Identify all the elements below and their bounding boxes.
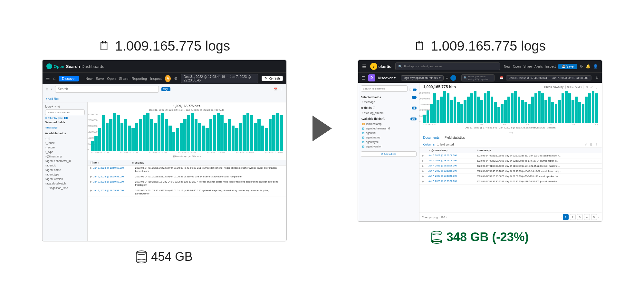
el-field-agent-type[interactable]: a agent.type	[361, 140, 417, 144]
el-table-kebab-icon[interactable]: ⋮	[595, 143, 598, 146]
el-selected-count: 1	[412, 96, 416, 99]
chart-bar	[534, 93, 537, 123]
el-rows-chevron[interactable]: ▾	[446, 216, 447, 219]
el-field-agent-id[interactable]: a agent.id	[361, 131, 417, 135]
el-columns-btn[interactable]: Columns	[423, 143, 435, 146]
os-field-type[interactable]: f _type	[45, 150, 85, 154]
el-chart-expand-icon[interactable]: ⤢	[590, 85, 593, 89]
hamburger-icon[interactable]: ☰	[46, 76, 50, 81]
el-add-field-button[interactable]: ⊕ Add a field	[361, 151, 417, 157]
el-gear-icon[interactable]: ⚙	[580, 64, 583, 69]
os-field-ephemeral[interactable]: f agent.ephemeral_id	[45, 159, 85, 163]
os-index-chevron[interactable]: ▾	[54, 105, 56, 108]
el-kql-placeholder[interactable]: Filter your data using KQL syntax	[468, 75, 492, 81]
os-field-message[interactable]: f message	[45, 125, 85, 130]
el-save-btn[interactable]: 💾 Save	[558, 64, 577, 69]
el-expand-icon[interactable]: ▶	[422, 154, 428, 157]
el-bell-icon[interactable]: 🔔	[586, 64, 591, 69]
chart-bar	[480, 100, 483, 123]
el-hamburger-icon[interactable]: ☰	[362, 64, 366, 69]
el-prev-page-icon[interactable]: ‹	[561, 216, 562, 219]
el-col-timestamp[interactable]: ✎ @timestamp ↓	[428, 149, 477, 152]
os-field-agent-version[interactable]: f agent.version	[45, 177, 85, 181]
save-button[interactable]: Save	[96, 77, 104, 80]
el-field-search-input[interactable]	[361, 85, 408, 92]
el-next-page-icon[interactable]: ›	[598, 216, 599, 219]
el-tab-documents[interactable]: Documents	[423, 135, 440, 141]
el-tab-field-stats[interactable]: Field statistics	[445, 135, 465, 141]
el-inspect-btn[interactable]: Inspect	[545, 65, 556, 68]
el-expand-icon[interactable]: ▶	[422, 180, 428, 183]
el-expand-icon[interactable]: ▶	[422, 165, 428, 167]
el-field-message[interactable]: f message	[361, 100, 417, 104]
expand-icon[interactable]: ▶	[90, 189, 92, 192]
el-refresh-icon[interactable]: ↻	[595, 76, 599, 80]
el-index-selector[interactable]: logs-myapplication-reindex ▾	[401, 75, 444, 80]
expand-icon[interactable]: ▶	[90, 175, 92, 178]
share-button[interactable]: Share	[119, 77, 128, 80]
el-field-logstream[interactable]: f atch.log_stream	[361, 111, 417, 115]
inspect-button[interactable]: Inspect	[150, 77, 161, 80]
os-search-input[interactable]	[55, 86, 159, 93]
new-button[interactable]: New	[85, 77, 92, 80]
refresh-button[interactable]: ↻ Refresh	[262, 76, 283, 81]
el-page-1[interactable]: 1	[563, 214, 569, 220]
add-filter-button[interactable]: + Add filter	[46, 97, 60, 100]
os-field-agent-type[interactable]: f agent.type	[45, 172, 85, 177]
el-field-agent-name[interactable]: a agent.name	[361, 135, 417, 140]
os-field-agent-name[interactable]: f agent.name	[45, 168, 85, 172]
os-date-range[interactable]: Dec 31, 2022 @ 17:08:44.19 → Jan 7, 2023…	[181, 74, 258, 83]
el-chart-settings-icon[interactable]: ⚙	[585, 85, 588, 89]
el-alerts-btn[interactable]: Alerts	[534, 65, 543, 68]
os-field-agent-id[interactable]: f agent.id	[45, 163, 85, 168]
dql-badge: DQL	[161, 87, 171, 91]
reporting-button[interactable]: Reporting	[132, 77, 147, 80]
el-expand-icon[interactable]: ▶	[422, 175, 428, 178]
filter-type-button[interactable]: ⊙ Filter by type	[45, 117, 63, 119]
home-icon[interactable]: ⌂	[53, 76, 56, 81]
el-filter-fields-icon[interactable]: ⊙	[409, 88, 411, 91]
el-col-message[interactable]: ✎ message	[477, 149, 599, 152]
os-sidebar-toggle[interactable]: ◀	[57, 105, 60, 108]
os-col-time[interactable]: Time ↑	[90, 161, 132, 164]
chart-bar	[124, 119, 127, 151]
el-page-5[interactable]: 5	[591, 214, 597, 220]
el-field-ephemeral[interactable]: a agent.ephemeral_id	[361, 126, 417, 131]
el-new-btn[interactable]: New	[504, 65, 510, 68]
el-expand-icon[interactable]: ▶	[422, 170, 428, 173]
os-col-message[interactable]: message	[132, 161, 284, 164]
el-expand-rows-icon[interactable]: ⤢	[584, 143, 587, 146]
open-button[interactable]: Open	[107, 77, 116, 80]
el-col-checkbox	[422, 149, 428, 152]
os-field-search-input[interactable]	[45, 109, 85, 115]
expand-icon[interactable]: ▶	[90, 180, 92, 183]
os-field-index[interactable]: f _index	[45, 141, 85, 145]
os-field-ingestion[interactable]: f ingestion_time	[45, 186, 85, 190]
el-resize-handle[interactable]: ⟺	[419, 131, 602, 135]
discover-button[interactable]: Discover	[59, 76, 79, 81]
el-share-btn[interactable]: Share	[523, 65, 532, 68]
el-break-down-select[interactable]: Select field ▾	[565, 85, 583, 89]
el-page-4[interactable]: 4	[584, 214, 590, 220]
el-search-placeholder[interactable]: Find apps, content, and more.	[404, 65, 443, 68]
os-field-cloudwatch[interactable]: f aws.cloudwatch.	[45, 181, 85, 186]
el-nav-hamburger[interactable]: ☰	[361, 75, 366, 80]
os-field-score[interactable]: f _score	[45, 145, 85, 150]
user-avatar[interactable]: A	[165, 75, 171, 82]
os-field-id[interactable]: f _id	[45, 136, 85, 141]
os-field-timestamp[interactable]: f @timestamp	[45, 154, 85, 159]
el-user-icon[interactable]: 👤	[593, 64, 598, 69]
el-page-2[interactable]: 2	[570, 214, 576, 220]
el-date-range[interactable]: Dec 31, 2022 @ 17:45:26.841 → Jan 7, 202…	[506, 75, 591, 80]
el-expand-icon[interactable]: ▶	[422, 159, 428, 162]
el-page-3[interactable]: 3	[577, 214, 583, 220]
el-discover-btn[interactable]: Discover ▾	[378, 76, 396, 80]
settings-icon[interactable]: ⚙	[174, 76, 178, 81]
expand-icon[interactable]: ▶	[90, 166, 92, 169]
el-field-timestamp[interactable]: ⧖ @timestamp	[361, 122, 417, 126]
el-field-agent-version[interactable]: a agent.version	[361, 144, 417, 149]
el-open-btn[interactable]: Open	[513, 65, 521, 68]
el-chart-options-icon[interactable]: ⋮	[595, 85, 598, 89]
el-filter-icon[interactable]: ⊙	[446, 76, 448, 80]
el-table-options-icon[interactable]: ⊞	[590, 143, 592, 146]
